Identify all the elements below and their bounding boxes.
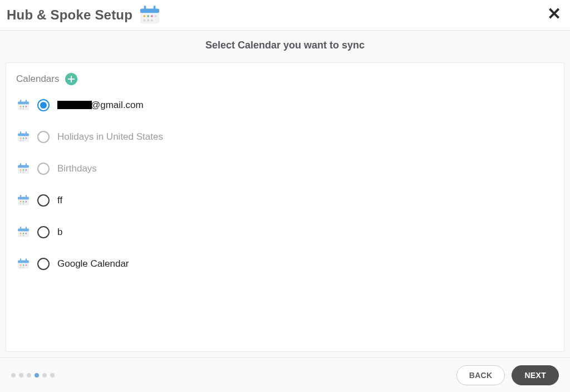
back-button[interactable]: BACK — [456, 365, 505, 385]
calendar-radio[interactable] — [37, 99, 50, 111]
add-calendar-button[interactable] — [65, 73, 77, 85]
step-progress — [11, 373, 55, 378]
calendar-radio[interactable] — [37, 226, 50, 238]
calendar-radio — [37, 163, 50, 175]
step-dot — [19, 373, 23, 378]
calendar-label: b — [57, 227, 62, 238]
modal-footer: BACK NEXT — [0, 357, 570, 392]
next-button[interactable]: NEXT — [512, 365, 559, 385]
close-icon[interactable]: ✕ — [543, 3, 566, 24]
calendar-label: Birthdays — [57, 163, 97, 174]
step-dot — [42, 373, 47, 378]
calendar-icon — [17, 194, 30, 207]
calendar-radio — [37, 131, 50, 143]
modal-title: Hub & Spoke Setup — [7, 7, 132, 23]
calendar-row[interactable]: b — [17, 223, 554, 241]
step-dot — [27, 373, 31, 378]
calendar-row: Holidays in United States — [17, 128, 554, 146]
calendar-icon — [17, 163, 30, 175]
calendar-icon — [17, 226, 30, 238]
calendar-radio[interactable] — [37, 194, 50, 207]
plus-icon — [68, 76, 75, 82]
modal-header: Hub & Spoke Setup ✕ — [0, 0, 570, 31]
calendar-icon — [139, 4, 160, 26]
hub-spoke-setup-modal: Hub & Spoke Setup ✕ Select Calendar you … — [0, 0, 570, 392]
calendar-label: @gmail.com — [57, 100, 144, 111]
calendar-row[interactable]: Google Calendar — [17, 255, 554, 273]
calendars-heading-row: Calendars — [16, 73, 554, 85]
calendar-row[interactable]: ff — [17, 192, 554, 209]
calendars-card: Calendars @gmail.com Holidays in United … — [6, 62, 564, 352]
calendar-row: Birthdays — [17, 160, 554, 178]
step-dot — [35, 373, 39, 378]
modal-subtitle: Select Calendar you want to sync — [0, 31, 570, 62]
redacted-text — [57, 101, 92, 109]
step-dot — [50, 373, 55, 378]
calendar-icon — [17, 131, 30, 143]
calendar-icon — [17, 99, 30, 111]
calendar-label: ff — [57, 195, 62, 206]
calendar-icon — [17, 258, 30, 270]
calendar-row[interactable]: @gmail.com — [17, 96, 554, 114]
calendar-label: Google Calendar — [57, 258, 129, 270]
calendar-radio[interactable] — [37, 258, 50, 270]
step-dot — [11, 373, 16, 378]
calendars-heading: Calendars — [16, 74, 60, 85]
calendar-label: Holidays in United States — [57, 131, 163, 143]
